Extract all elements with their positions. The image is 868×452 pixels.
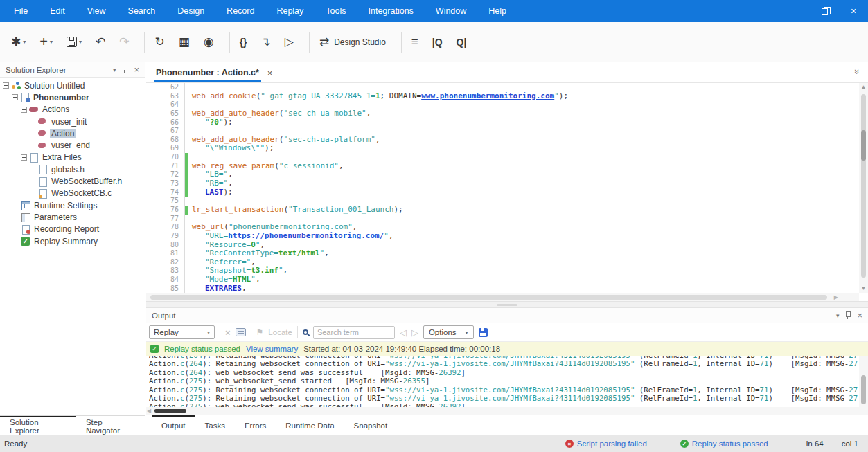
collapse-editor-icon[interactable]: »	[852, 69, 862, 74]
menu-search[interactable]: Search	[117, 0, 167, 22]
tree-item-parameters[interactable]: Parameters	[0, 211, 145, 223]
code-editor[interactable]: 6263web_add_cookie("_gat_gtag_UA_3332784…	[146, 83, 859, 293]
view-summary-link[interactable]: View summary	[246, 345, 298, 353]
redo-button[interactable]: ↷	[119, 35, 129, 49]
tree-item-websocketbuffer-h[interactable]: WebSocketBuffer.h	[0, 175, 145, 187]
editor-vertical-scrollbar[interactable]: ▲ ▼	[859, 83, 868, 293]
tree-item-vuser-init[interactable]: vuser_init	[0, 116, 145, 127]
save-button[interactable]: ▾	[67, 37, 82, 47]
search-prev-icon[interactable]: ◁	[400, 327, 407, 338]
regenerate-script-button[interactable]: ↻	[154, 35, 164, 49]
menu-window[interactable]: Window	[425, 0, 477, 22]
minimize-button[interactable]: –	[781, 0, 810, 22]
code-line: 84"Mode=HTML",	[146, 275, 859, 284]
find-prev-button[interactable]: Q|	[457, 37, 467, 48]
tree-item-runtime-settings[interactable]: Runtime Settings	[0, 199, 145, 211]
error-icon: ×	[565, 440, 574, 448]
tab-step-navigator[interactable]: Step Navigator	[76, 416, 145, 435]
menu-record[interactable]: Record	[215, 0, 265, 22]
log-vertical-scrollbar[interactable]	[859, 356, 868, 407]
chevron-down-icon: ▾	[79, 39, 82, 45]
log-filter-dropdown[interactable]: Replay ▾	[149, 325, 215, 339]
expand-toggle-icon[interactable]	[21, 154, 27, 161]
tree-item-recording-report[interactable]: Recording Report	[0, 224, 145, 235]
tree-item-extra-files[interactable]: Extra Files	[0, 152, 145, 163]
restore-button[interactable]	[810, 0, 839, 22]
tab-tasks[interactable]: Tasks	[195, 415, 235, 435]
menu-view[interactable]: View	[76, 0, 117, 22]
record-button[interactable]: ◉	[204, 35, 214, 49]
replay-status-link[interactable]: Replay status passed	[692, 440, 768, 448]
tab-output[interactable]: Output	[152, 415, 195, 435]
console-view-button[interactable]	[236, 328, 246, 336]
scroll-down-icon[interactable]: ▼	[859, 284, 868, 293]
scroll-left-icon[interactable]: ◀	[147, 407, 151, 415]
code-text: EXTRARES,	[188, 284, 247, 293]
new-script-button[interactable]: ✱▾	[11, 35, 26, 49]
snapshot-list-button[interactable]: ≡	[411, 35, 418, 49]
locate-button[interactable]: Locate	[268, 328, 292, 336]
line-number: 63	[146, 92, 185, 101]
step-button[interactable]: ↴	[261, 35, 271, 49]
horizontal-splitter[interactable]	[146, 301, 868, 308]
replay-button[interactable]: ▷	[285, 35, 294, 49]
menu-integrations[interactable]: Integrations	[357, 0, 425, 22]
panel-close-icon[interactable]: ×	[857, 312, 862, 319]
scrollbar-thumb[interactable]	[861, 94, 866, 278]
menu-help[interactable]: Help	[477, 0, 517, 22]
add-button[interactable]: +▾	[39, 34, 53, 50]
menu-edit[interactable]: Edit	[39, 0, 76, 22]
options-button[interactable]: Options ▾	[423, 325, 474, 339]
tree-item-phonenumber[interactable]: Phonenumber	[0, 91, 145, 103]
compile-button[interactable]: {}	[240, 37, 247, 48]
tree-item-globals-h[interactable]: globals.h	[0, 163, 145, 175]
runtime-settings-button[interactable]: ▦	[179, 35, 190, 49]
code-token: "sec-ch-ua-mobile"	[283, 109, 366, 118]
menu-replay[interactable]: Replay	[265, 0, 315, 22]
tab-snapshot[interactable]: Snapshot	[344, 415, 398, 435]
clear-log-button[interactable]: ×	[225, 327, 231, 338]
tree-item-action[interactable]: Action	[0, 127, 145, 139]
search-next-icon[interactable]: ▷	[411, 327, 418, 338]
panel-menu-icon[interactable]: ▾	[113, 66, 116, 73]
replay-icon	[21, 237, 30, 246]
restore-icon	[822, 8, 828, 15]
tree-item-actions[interactable]: Actions	[0, 104, 145, 116]
tree-item-websocketcb-c[interactable]: WebSocketCB.c	[0, 188, 145, 199]
pin-icon[interactable]	[122, 66, 127, 73]
solution-explorer-panel: Solution Explorer ▾ × Solution UntitledP…	[0, 62, 145, 435]
search-input[interactable]	[313, 326, 395, 339]
tab-solution-explorer[interactable]: Solution Explorer	[0, 416, 76, 435]
pin-icon[interactable]	[845, 311, 851, 319]
scrollbar-thumb[interactable]	[861, 375, 866, 404]
scrollbar-thumb[interactable]	[150, 295, 827, 300]
replay-log[interactable]: Action.c(264): Retaining websocket conne…	[146, 356, 868, 407]
panel-close-icon[interactable]: ×	[134, 66, 139, 73]
code-token: 71	[760, 395, 769, 403]
menu-tools[interactable]: Tools	[315, 0, 357, 22]
tree-item-vuser-end[interactable]: vuser_end	[0, 139, 145, 151]
log-horizontal-scrollbar[interactable]: ◀	[146, 407, 868, 415]
close-button[interactable]: ×	[839, 0, 868, 22]
script-parsing-status-link[interactable]: Script parsing failed	[577, 440, 647, 448]
tree-item-solution-untitled[interactable]: Solution Untitled	[0, 80, 145, 91]
code-text: lr_start_transaction("Transaction_001_La…	[188, 206, 403, 215]
tab-runtime-data[interactable]: Runtime Data	[276, 415, 344, 435]
tree-item-replay-summary[interactable]: Replay Summary	[0, 235, 145, 247]
expand-toggle-icon[interactable]	[12, 94, 18, 100]
tab-close-icon[interactable]: ×	[267, 68, 273, 78]
menu-file[interactable]: File	[3, 0, 39, 22]
expand-toggle-icon[interactable]	[3, 82, 9, 89]
design-studio-button[interactable]: ⇄Design Studio	[319, 35, 386, 49]
panel-menu-icon[interactable]: ▾	[836, 312, 840, 319]
scroll-up-icon[interactable]: ▲	[859, 83, 868, 91]
code-token: "Transaction_001_Launch	[288, 205, 393, 214]
undo-button[interactable]: ↶	[96, 35, 105, 49]
find-next-button[interactable]: |Q	[432, 37, 443, 48]
scrollbar-thumb-dark[interactable]	[861, 130, 866, 161]
menu-design[interactable]: Design	[166, 0, 215, 22]
expand-toggle-icon[interactable]	[21, 107, 27, 113]
scrollbar-thumb[interactable]	[154, 409, 186, 413]
tab-errors[interactable]: Errors	[235, 415, 276, 435]
save-log-button[interactable]	[479, 328, 488, 337]
